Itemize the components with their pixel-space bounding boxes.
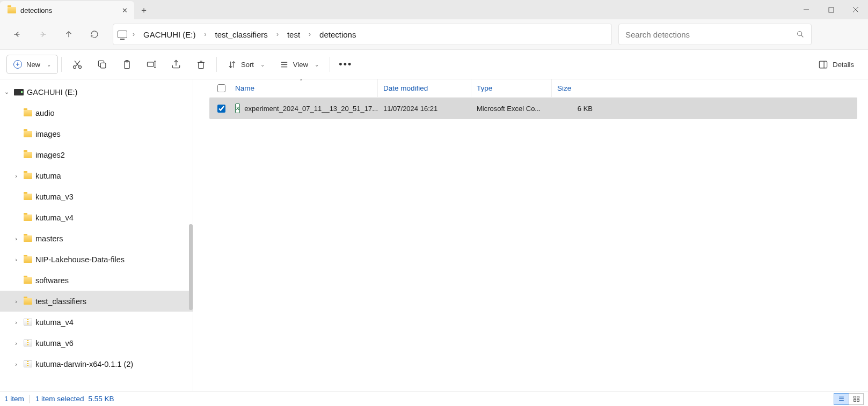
cut-button[interactable] [65,55,90,74]
copy-button[interactable] [90,55,114,74]
back-button[interactable] [5,24,29,45]
col-type[interactable]: Type [471,79,552,97]
chevron-right-icon[interactable]: › [12,235,20,242]
chevron-down-icon: ⌄ [47,62,51,68]
tree-item-label: test_classifiers [35,297,86,306]
search-box[interactable] [618,24,812,45]
close-window-button[interactable] [843,0,868,19]
forward-button[interactable] [31,24,55,45]
crumb-0[interactable]: GACHUHI (E:) [140,30,199,39]
search-input[interactable] [625,30,796,39]
tree-item[interactable]: >softwares [0,270,193,291]
crumb-3[interactable]: detections [316,30,359,39]
svg-rect-21 [854,400,856,402]
paste-button[interactable] [114,55,139,74]
tree-item[interactable]: >kutuma_v3 [0,186,193,207]
details-view-button[interactable] [834,393,849,405]
tab-title: detections [20,6,117,14]
new-button[interactable]: + New ⌄ [6,55,58,74]
window-controls [794,0,868,19]
tab-current[interactable]: detections ✕ [0,1,134,19]
folder-icon [24,110,32,116]
tree-item-label: NIP-Lakehouse-Data-files [35,255,125,264]
folder-icon [24,277,32,284]
close-tab-button[interactable]: ✕ [121,7,128,13]
sort-button[interactable]: Sort ⌄ [220,55,272,74]
tree-item[interactable]: >kutuma_v4 [0,207,193,228]
tree-item[interactable]: ›test_classifiers [0,291,193,312]
col-size[interactable]: Size [552,79,600,97]
tree-item-label: images2 [35,151,65,159]
up-button[interactable] [57,24,81,45]
copy-icon [97,60,107,70]
main-area: ⌄ GACHUHI (E:) >audio>images>images2›kut… [0,79,868,391]
rename-button[interactable] [139,55,164,74]
tree-item[interactable]: ›kutuma-darwin-x64-0.1.1 (2) [0,353,193,374]
maximize-button[interactable] [819,0,843,19]
chevron-right-icon[interactable]: › [12,340,20,346]
chevron-right-icon[interactable]: › [199,31,212,38]
svg-rect-10 [148,62,154,67]
minimize-button[interactable] [794,0,819,19]
select-all-checkbox-col[interactable] [209,79,230,97]
tree-item[interactable]: ›kutuma_v4 [0,312,193,333]
row-checkbox[interactable] [217,105,225,113]
tree-item[interactable]: >audio [0,102,193,123]
thumbnails-view-button[interactable] [849,393,864,405]
tree-item[interactable]: ›kutuma_v6 [0,333,193,353]
crumb-2[interactable]: test [284,30,303,39]
crumb-1[interactable]: test_classifiers [212,30,271,39]
clipboard-icon [122,60,132,70]
chevron-right-icon[interactable]: › [12,173,20,179]
svg-point-5 [74,66,76,69]
chevron-right-icon[interactable]: › [271,31,284,38]
select-all-checkbox[interactable] [217,84,225,92]
separator [61,57,62,72]
chevron-right-icon[interactable]: › [12,319,20,326]
chevron-right-icon[interactable]: › [12,298,20,305]
tree-item[interactable]: ›masters [0,228,193,249]
tree-item[interactable]: >images2 [0,144,193,165]
tree-item[interactable]: >images [0,123,193,144]
tree-item-label: kutuma_v4 [35,318,74,327]
details-pane-button[interactable]: Details [811,55,862,74]
tree-item[interactable]: ›kutuma [0,165,193,186]
plus-circle-icon: + [13,60,22,69]
folder-icon [8,7,16,13]
toolbar: + New ⌄ Sort ⌄ View ⌄ ••• Details [0,49,868,79]
nav-tree[interactable]: ⌄ GACHUHI (E:) >audio>images>images2›kut… [0,79,193,391]
tree-root-label: GACHUHI (E:) [27,88,77,97]
address-bar[interactable]: › GACHUHI (E:) › test_classifiers › test… [113,24,612,45]
details-pane-icon [818,60,828,70]
cell-name[interactable]: Xexperiment_2024_07_11__13_20_51_17... [230,98,378,119]
svg-point-6 [79,66,82,69]
rename-icon [146,59,157,70]
scrollbar[interactable] [189,224,193,310]
row-checkbox-col[interactable] [209,98,230,119]
file-row[interactable]: Xexperiment_2024_07_11__13_20_51_17...11… [209,98,857,119]
search-icon [796,30,805,39]
delete-button[interactable] [188,55,213,74]
chevron-right-icon[interactable]: › [12,256,20,263]
tree-item[interactable]: ›NIP-Lakehouse-Data-files [0,249,193,270]
sort-icon [228,60,237,69]
col-name[interactable]: Name [230,79,378,97]
tree-root[interactable]: ⌄ GACHUHI (E:) [0,82,193,102]
folder-icon [24,173,32,179]
share-button[interactable] [164,55,188,74]
tree-item-label: masters [35,234,63,243]
chevron-right-icon[interactable]: › [127,31,140,38]
more-button[interactable]: ••• [333,55,358,74]
chevron-down-icon[interactable]: ⌄ [2,88,11,95]
col-date[interactable]: Date modified [378,79,471,97]
view-button[interactable]: View ⌄ [272,55,326,74]
status-count: 1 item [4,395,24,403]
tree-item-label: kutuma_v4 [35,213,74,222]
file-name: experiment_2024_07_11__13_20_51_17... [244,105,378,113]
new-tab-button[interactable]: ＋ [134,1,154,19]
chevron-right-icon[interactable]: › [303,31,316,38]
refresh-button[interactable] [83,24,106,45]
drive-icon [14,89,24,95]
tree-item-label: kutuma [35,172,61,180]
chevron-right-icon[interactable]: › [12,361,20,367]
